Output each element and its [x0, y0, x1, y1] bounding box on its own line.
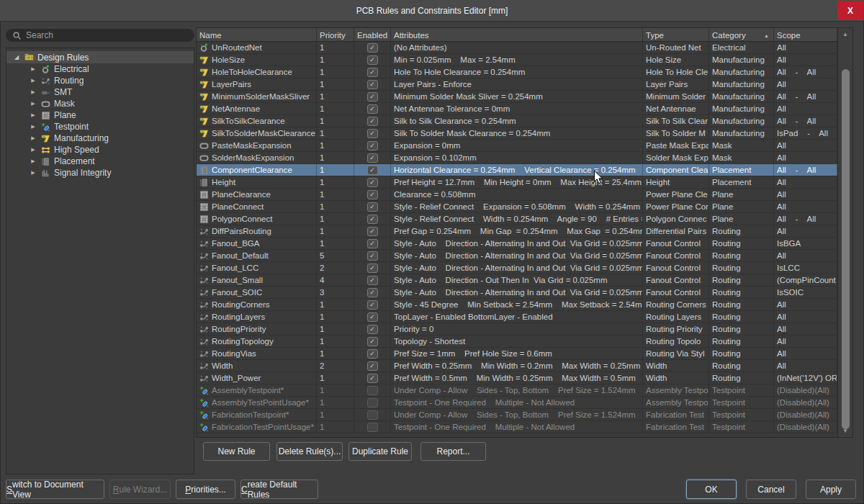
create-default-rules-button[interactable]: Create Default Rules: [240, 480, 318, 499]
enabled-checkbox[interactable]: ✓: [367, 227, 378, 236]
rule-row-holetoholeclearance[interactable]: HoleToHoleClearance1✓Hole To Hole Cleara…: [197, 66, 837, 78]
priorities-button[interactable]: Priorities...: [176, 480, 235, 499]
enabled-checkbox[interactable]: ✓: [367, 166, 378, 175]
enabled-checkbox[interactable]: ✓: [367, 117, 378, 126]
collapsed-arrow-icon[interactable]: ▶: [30, 66, 37, 73]
title-bar[interactable]: PCB Rules and Constraints Editor [mm] X: [0, 0, 864, 22]
column-header-enabled[interactable]: Enabled: [354, 28, 391, 41]
rule-row-minimumsoldermasksliver[interactable]: MinimumSolderMaskSliver1✓Minimum Solder …: [197, 91, 837, 103]
enabled-checkbox[interactable]: [367, 423, 378, 432]
rule-row-assemblytestpoint[interactable]: AssemblyTestpoint*1Under Comp - Allow Si…: [197, 384, 837, 397]
switch-to-document-view-button[interactable]: Switch to Document View: [6, 480, 104, 499]
rule-row-netantennae[interactable]: NetAntennae1✓Net Antennae Tolerance = 0m…: [197, 103, 837, 115]
tree-item-routing[interactable]: ▶Routing: [6, 75, 194, 86]
duplicate-rule-button[interactable]: Duplicate Rule: [348, 442, 412, 461]
rule-row-holesize[interactable]: HoleSize1✓Min = 0.025mm Max = 2.54mmHole…: [197, 54, 837, 66]
rule-row-soldermaskexpansion[interactable]: SolderMaskExpansion1✓Expansion = 0.102mm…: [197, 152, 837, 164]
enabled-checkbox[interactable]: ✓: [367, 153, 378, 163]
delete-rule-s-button[interactable]: Delete Rule(s)...: [276, 442, 343, 461]
ok-button[interactable]: OK: [686, 480, 737, 499]
enabled-checkbox[interactable]: ✓: [367, 68, 378, 77]
collapsed-arrow-icon[interactable]: ▶: [30, 169, 37, 176]
rule-row-height[interactable]: Height1✓Pref Height = 12.7mm Min Height …: [197, 176, 837, 189]
new-rule-button[interactable]: New Rule: [203, 442, 270, 461]
rule-row-unroutednet[interactable]: UnRoutedNet1✓(No Attributes)Un-Routed Ne…: [197, 42, 837, 54]
tree-item-electrical[interactable]: ▶Electrical: [6, 63, 194, 75]
collapsed-arrow-icon[interactable]: ▶: [30, 146, 37, 153]
tree-item-testpoint[interactable]: ▶Testpoint: [6, 121, 194, 132]
enabled-checkbox[interactable]: ✓: [367, 141, 378, 150]
collapsed-arrow-icon[interactable]: ▶: [30, 123, 37, 130]
enabled-checkbox[interactable]: ✓: [367, 276, 378, 285]
column-header-category[interactable]: Category▲: [709, 28, 774, 41]
column-header-type[interactable]: Type: [643, 28, 709, 41]
rule-row-diffpairsrouting[interactable]: DiffPairsRouting1✓Pref Gap = 0.254mm Min…: [197, 225, 837, 238]
tree-item-smt[interactable]: ▶SMT: [6, 86, 194, 98]
collapsed-arrow-icon[interactable]: ▶: [30, 158, 37, 165]
enabled-checkbox[interactable]: ✓: [367, 178, 378, 187]
enabled-checkbox[interactable]: ✓: [367, 325, 378, 334]
tree-item-mask[interactable]: ▶Mask: [6, 98, 194, 109]
enabled-checkbox[interactable]: ✓: [367, 55, 378, 65]
rule-row-fanout-small[interactable]: Fanout_Small4✓Style - Auto Direction - O…: [197, 274, 837, 287]
column-header-priority[interactable]: Priority: [317, 28, 354, 41]
enabled-checkbox[interactable]: ✓: [367, 239, 378, 248]
enabled-checkbox[interactable]: ✓: [367, 361, 378, 371]
vertical-scrollbar[interactable]: ▲ ▼: [837, 28, 852, 437]
enabled-checkbox[interactable]: ✓: [367, 349, 378, 359]
rule-row-width-power[interactable]: Width_Power1✓Pref Width = 0.5mm Min Widt…: [197, 372, 837, 384]
column-header-scope[interactable]: Scope: [774, 28, 837, 41]
rule-row-fabricationtestpointusage[interactable]: FabricationTestPointUsage*1Testpoint - O…: [197, 421, 837, 433]
tree-item-manufacturing[interactable]: ▶Manufacturing: [6, 132, 194, 144]
expanded-arrow-icon[interactable]: ◢: [13, 54, 20, 61]
search-input[interactable]: [26, 30, 170, 40]
enabled-checkbox[interactable]: ✓: [367, 104, 378, 114]
scrollbar-thumb[interactable]: [842, 69, 850, 429]
scroll-down-icon[interactable]: ▼: [838, 428, 852, 434]
report-button[interactable]: Report...: [420, 442, 486, 461]
rule-row-assemblytestpointusage[interactable]: AssemblyTestPointUsage*1Testpoint - One …: [197, 397, 837, 409]
rule-row-fanout-default[interactable]: Fanout_Default5✓Style - Auto Direction -…: [197, 250, 837, 262]
rule-row-routingcorners[interactable]: RoutingCorners1✓Style - 45 Degree Min Se…: [197, 299, 837, 311]
search-box[interactable]: [6, 29, 194, 42]
collapsed-arrow-icon[interactable]: ▶: [30, 77, 37, 84]
collapsed-arrow-icon[interactable]: ▶: [30, 135, 37, 142]
enabled-checkbox[interactable]: [367, 410, 378, 420]
enabled-checkbox[interactable]: ✓: [367, 190, 378, 199]
enabled-checkbox[interactable]: ✓: [367, 312, 378, 322]
enabled-checkbox[interactable]: ✓: [367, 215, 378, 224]
collapsed-arrow-icon[interactable]: ▶: [30, 100, 37, 107]
rule-row-width[interactable]: Width2✓Pref Width = 0.25mm Min Width = 0…: [197, 360, 837, 372]
tree-item-placement[interactable]: ▶Placement: [6, 156, 194, 167]
enabled-checkbox[interactable]: ✓: [367, 202, 378, 212]
enabled-checkbox[interactable]: ✓: [367, 43, 378, 53]
rule-row-polygonconnect[interactable]: PolygonConnect1✓Style - Relief Connect W…: [197, 213, 837, 225]
rule-row-planeclearance[interactable]: PlaneClearance1✓Clearance = 0.508mmPower…: [197, 189, 837, 201]
enabled-checkbox[interactable]: ✓: [367, 300, 378, 310]
close-button[interactable]: X: [837, 1, 863, 20]
scroll-up-icon[interactable]: ▲: [838, 31, 852, 37]
enabled-checkbox[interactable]: ✓: [367, 337, 378, 346]
rule-row-layerpairs[interactable]: LayerPairs1✓Layer Pairs - EnforceLayer P…: [197, 78, 837, 91]
rule-row-planeconnect[interactable]: PlaneConnect1✓Style - Relief Connect Exp…: [197, 201, 837, 213]
rule-row-routingvias[interactable]: RoutingVias1✓Pref Size = 1mm Pref Hole S…: [197, 348, 837, 360]
enabled-checkbox[interactable]: ✓: [367, 374, 378, 383]
rule-row-silktosilkclearance[interactable]: SilkToSilkClearance1✓Silk to Silk Cleara…: [197, 115, 837, 127]
rule-row-componentclearance[interactable]: ComponentClearance1✓Horizontal Clearance…: [197, 164, 837, 176]
enabled-checkbox[interactable]: ✓: [367, 129, 378, 138]
enabled-checkbox[interactable]: ✓: [367, 92, 378, 102]
enabled-checkbox[interactable]: ✓: [367, 251, 378, 261]
rule-row-routingpriority[interactable]: RoutingPriority1✓Priority = 0Routing Pri…: [197, 323, 837, 336]
tree-item-high-speed[interactable]: ▶High Speed: [6, 144, 194, 156]
enabled-checkbox[interactable]: ✓: [367, 80, 378, 89]
rule-wizard-button[interactable]: Rule Wizard...: [109, 480, 171, 499]
collapsed-arrow-icon[interactable]: ▶: [30, 89, 37, 96]
rule-row-pastemaskexpansion[interactable]: PasteMaskExpansion1✓Expansion = 0mmPaste…: [197, 140, 837, 152]
rule-row-fanout-soic[interactable]: Fanout_SOIC3✓Style - Auto Direction - Al…: [197, 287, 837, 299]
rule-row-fabricationtestpoint[interactable]: FabricationTestpoint*1Under Comp - Allow…: [197, 409, 837, 421]
rule-row-fanout-lcc[interactable]: Fanout_LCC2✓Style - Auto Direction - Alt…: [197, 262, 837, 274]
collapsed-arrow-icon[interactable]: ▶: [30, 112, 37, 119]
tree-item-design-rules[interactable]: ◢Design Rules: [6, 51, 194, 63]
enabled-checkbox[interactable]: ✓: [367, 264, 378, 273]
apply-button[interactable]: Apply: [806, 480, 856, 499]
